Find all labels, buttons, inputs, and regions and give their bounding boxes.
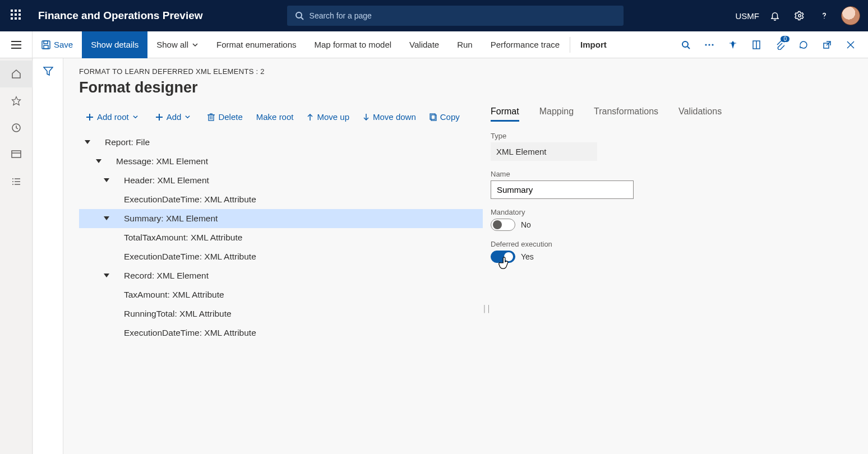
tree-node-exec2[interactable]: ExecutionDateTime: XML Attribute [79,247,483,266]
move-down-button[interactable]: Move down [356,109,423,125]
svg-rect-18 [44,45,48,49]
format-tree: Report: File Message: XML Element Header… [79,133,483,342]
svg-point-22 [708,44,710,45]
name-input[interactable] [491,180,634,199]
svg-marker-57 [104,216,109,220]
svg-marker-54 [85,140,90,144]
caret-icon[interactable] [96,156,104,166]
mandatory-value: No [521,220,531,229]
move-up-button[interactable]: Move up [300,109,356,125]
workspace-icon[interactable] [0,141,33,168]
caret-icon[interactable] [104,214,112,224]
add-button[interactable]: Add [149,109,201,125]
breadcrumb: FORMAT TO LEARN DEFERRED XML ELEMENTS : … [79,67,852,76]
svg-rect-17 [44,41,48,44]
app-launcher-icon[interactable] [8,10,24,22]
tree-node-totaltax[interactable]: TotalTaxAmount: XML Attribute [79,228,483,247]
modules-icon[interactable] [0,168,33,195]
more-icon[interactable] [698,31,721,58]
import-button[interactable]: Import [571,31,616,58]
run-button[interactable]: Run [448,31,482,58]
filter-column [33,58,63,454]
show-all-button[interactable]: Show all [147,31,207,58]
tree-node-runningtotal[interactable]: RunningTotal: XML Attribute [79,304,483,323]
bell-icon[interactable] [763,0,787,31]
top-nav: Finance and Operations Preview Search fo… [0,0,868,31]
user-avatar[interactable] [841,6,860,25]
left-rail [0,58,33,454]
caret-icon[interactable] [104,271,112,281]
svg-rect-45 [209,115,214,121]
save-button[interactable]: Save [33,31,82,58]
delete-button[interactable]: Delete [201,109,249,125]
search-placeholder: Search for a page [310,11,372,20]
tree-node-message[interactable]: Message: XML Element [79,152,483,171]
office-icon[interactable] [745,31,768,58]
filter-icon[interactable] [43,66,53,454]
svg-point-11 [798,15,801,17]
tab-format[interactable]: Format [491,106,519,122]
gear-icon[interactable] [787,0,812,31]
refresh-icon[interactable] [792,31,815,58]
svg-point-19 [682,41,688,47]
tree-node-exec3[interactable]: ExecutionDateTime: XML Attribute [79,323,483,342]
svg-rect-4 [15,13,17,16]
svg-point-23 [712,44,713,45]
property-tabs: Format Mapping Transformations Validatio… [491,106,852,122]
tree-node-exec1[interactable]: ExecutionDateTime: XML Attribute [79,190,483,209]
help-icon[interactable] [812,0,837,31]
recent-icon[interactable] [0,114,33,141]
svg-marker-58 [104,274,109,277]
svg-rect-3 [11,13,13,16]
attach-icon[interactable]: 0 [768,31,792,58]
diamond-icon[interactable] [721,31,745,58]
deferred-value: Yes [521,252,534,261]
cursor-hand-icon [498,256,511,270]
svg-rect-5 [19,13,21,16]
copy-button[interactable]: Copy [423,109,467,125]
svg-point-12 [824,18,825,19]
type-label: Type [491,132,852,140]
validate-button[interactable]: Validate [400,31,448,58]
page-title: Format designer [79,79,852,96]
type-value: XML Element [491,142,597,161]
svg-marker-56 [104,178,109,182]
deferred-label: Deferred execution [491,240,852,248]
home-icon[interactable] [0,61,33,87]
tree-node-summary[interactable]: Summary: XML Element [79,209,483,228]
add-root-button[interactable]: Add root [79,109,149,125]
caret-icon[interactable] [85,137,93,147]
caret-icon[interactable] [104,175,112,186]
svg-line-20 [687,47,690,49]
svg-rect-2 [19,10,21,12]
tree-node-header[interactable]: Header: XML Element [79,171,483,190]
map-format-button[interactable]: Map format to model [306,31,401,58]
splitter-handle[interactable]: ││ [483,106,491,342]
tab-transformations[interactable]: Transformations [594,106,658,122]
brand-title: Finance and Operations Preview [38,10,203,22]
performance-trace-button[interactable]: Performance trace [482,31,569,58]
tree-node-record[interactable]: Record: XML Element [79,266,483,285]
popout-icon[interactable] [815,31,839,58]
company-code[interactable]: USMF [736,11,760,21]
search-action-icon[interactable] [674,31,698,58]
svg-point-21 [705,44,707,45]
svg-rect-32 [12,151,21,157]
tree-node-report[interactable]: Report: File [79,133,483,152]
action-bar: Save Show details Show all Format enumer… [0,31,868,58]
attach-badge: 0 [781,36,789,42]
svg-rect-16 [42,41,50,49]
tree-node-taxamount[interactable]: TaxAmount: XML Attribute [79,285,483,304]
svg-rect-8 [19,17,21,20]
mandatory-toggle[interactable] [491,219,515,231]
format-enumerations-button[interactable]: Format enumerations [207,31,306,58]
nav-toggle-icon[interactable] [0,31,33,58]
svg-rect-6 [11,17,13,20]
show-details-button[interactable]: Show details [82,31,147,58]
make-root-button[interactable]: Make root [250,109,301,125]
global-search[interactable]: Search for a page [287,6,624,26]
star-icon[interactable] [0,87,33,114]
tab-validations[interactable]: Validations [678,106,722,122]
tab-mapping[interactable]: Mapping [539,106,574,122]
close-icon[interactable] [839,31,862,58]
